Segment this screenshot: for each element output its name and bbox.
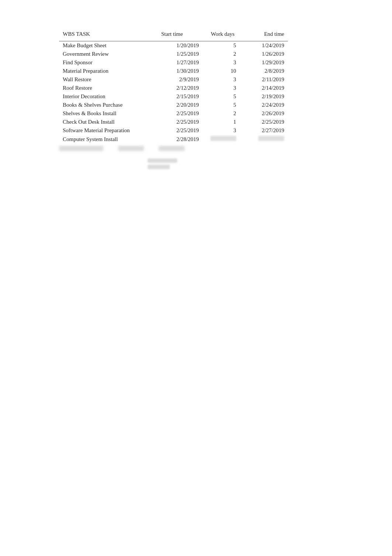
blurred-text-3	[159, 146, 185, 151]
cell-endtime: 1/26/2019	[243, 50, 288, 58]
cell-starttime: 2/28/2019	[158, 135, 203, 144]
cell-task: Government Review	[59, 50, 158, 58]
pagination-area	[148, 158, 355, 169]
blurred-footer-row	[59, 146, 355, 151]
cell-starttime: 2/12/2019	[158, 84, 203, 92]
cell-starttime: 1/20/2019	[158, 41, 203, 50]
cell-endtime: 2/14/2019	[243, 84, 288, 92]
table-row: Shelves & Books Install2/25/201922/26/20…	[59, 109, 288, 118]
blurred-text-2	[118, 146, 144, 151]
cell-task: Roof Restore	[59, 84, 158, 92]
cell-task: Books & Shelves Purchase	[59, 101, 158, 109]
cell-starttime: 2/9/2019	[158, 75, 203, 84]
table-row: Check Out Desk Install2/25/201912/25/201…	[59, 118, 288, 126]
cell-endtime: 2/19/2019	[243, 92, 288, 101]
cell-starttime: 2/20/2019	[158, 101, 203, 109]
cell-endtime	[243, 135, 288, 144]
page-container: WBS TASK Start time Work days End time M…	[0, 0, 392, 199]
cell-endtime: 1/29/2019	[243, 58, 288, 67]
cell-workdays: 5	[203, 92, 243, 101]
cell-starttime: 1/25/2019	[158, 50, 203, 58]
cell-endtime: 1/24/2019	[243, 41, 288, 50]
table-row: Find Sponsor1/27/201931/29/2019	[59, 58, 288, 67]
pag-line-2	[148, 165, 170, 169]
cell-workdays: 2	[203, 109, 243, 118]
table-row: Computer System Install2/28/2019	[59, 135, 288, 144]
cell-starttime: 2/15/2019	[158, 92, 203, 101]
cell-starttime: 1/30/2019	[158, 67, 203, 75]
table-row: Government Review1/25/201921/26/2019	[59, 50, 288, 58]
cell-workdays: 10	[203, 67, 243, 75]
table-row: Make Budget Sheet1/20/201951/24/2019	[59, 41, 288, 50]
pag-line-1	[148, 158, 177, 163]
cell-workdays: 3	[203, 126, 243, 135]
cell-task: Find Sponsor	[59, 58, 158, 67]
table-row: Books & Shelves Purchase2/20/201952/24/2…	[59, 101, 288, 109]
cell-workdays: 5	[203, 41, 243, 50]
header-endtime: End time	[243, 30, 288, 41]
cell-task: Make Budget Sheet	[59, 41, 158, 50]
blurred-text-1	[59, 146, 103, 151]
cell-task: Check Out Desk Install	[59, 118, 158, 126]
table-row: Material Preparation1/30/2019102/8/2019	[59, 67, 288, 75]
cell-task: Interior Decoration	[59, 92, 158, 101]
cell-starttime: 2/25/2019	[158, 118, 203, 126]
cell-task: Computer System Install	[59, 135, 158, 144]
cell-workdays: 5	[203, 101, 243, 109]
cell-endtime: 2/27/2019	[243, 126, 288, 135]
cell-workdays: 2	[203, 50, 243, 58]
cell-starttime: 1/27/2019	[158, 58, 203, 67]
cell-task: Material Preparation	[59, 67, 158, 75]
cell-endtime: 2/24/2019	[243, 101, 288, 109]
table-row: Interior Decoration2/15/201952/19/2019	[59, 92, 288, 101]
cell-workdays: 1	[203, 118, 243, 126]
header-workdays: Work days	[203, 30, 243, 41]
cell-task: Wall Restore	[59, 75, 158, 84]
cell-workdays	[203, 135, 243, 144]
cell-endtime: 2/25/2019	[243, 118, 288, 126]
cell-endtime: 2/11/2019	[243, 75, 288, 84]
table-row: Roof Restore2/12/201932/14/2019	[59, 84, 288, 92]
table-row: Software Material Preparation2/25/201932…	[59, 126, 288, 135]
cell-task: Shelves & Books Install	[59, 109, 158, 118]
cell-endtime: 2/26/2019	[243, 109, 288, 118]
table-row: Wall Restore2/9/201932/11/2019	[59, 75, 288, 84]
cell-task: Software Material Preparation	[59, 126, 158, 135]
cell-starttime: 2/25/2019	[158, 109, 203, 118]
cell-workdays: 3	[203, 84, 243, 92]
cell-starttime: 2/25/2019	[158, 126, 203, 135]
wbs-table: WBS TASK Start time Work days End time M…	[59, 30, 288, 144]
cell-workdays: 3	[203, 75, 243, 84]
cell-workdays: 3	[203, 58, 243, 67]
header-starttime: Start time	[158, 30, 203, 41]
cell-endtime: 2/8/2019	[243, 67, 288, 75]
header-task: WBS TASK	[59, 30, 158, 41]
